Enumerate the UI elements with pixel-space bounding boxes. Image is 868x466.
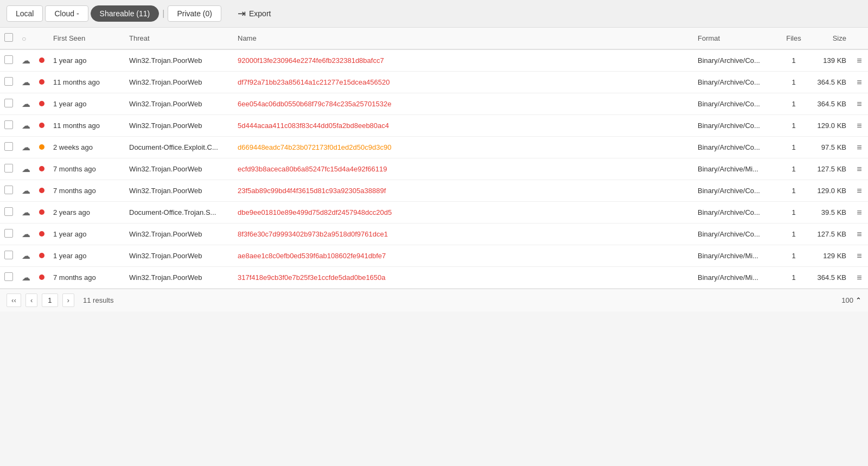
cloud-tab[interactable]: Cloud - [45, 5, 88, 22]
row-format: Binary/Archive/Co... [693, 93, 780, 115]
row-files: 1 [780, 245, 807, 267]
name-link[interactable]: ecfd93b8aceca80b6a85247fc15d4a4e92f66119 [238, 165, 387, 173]
table-row: ☁ 7 months ago Win32.Trojan.PoorWeb ecfd… [0, 158, 868, 180]
row-menu-icon[interactable]: ≡ [857, 251, 861, 260]
row-menu-icon[interactable]: ≡ [857, 56, 861, 65]
row-name[interactable]: 6ee054ac06db0550b68f79c784c235a25701532e [233, 93, 693, 115]
row-cloud-cell: ☁ [17, 180, 35, 202]
row-checkbox[interactable] [4, 229, 13, 238]
export-button[interactable]: ⇥ Export [230, 4, 278, 23]
row-files: 1 [780, 224, 807, 245]
row-menu-icon[interactable]: ≡ [857, 186, 861, 195]
header-threat: Threat [125, 28, 233, 49]
per-page-toggle[interactable]: ⌃ [856, 296, 861, 304]
table-row: ☁ 1 year ago Win32.Trojan.PoorWeb 6ee054… [0, 93, 868, 115]
name-link[interactable]: 6ee054ac06db0550b68f79c784c235a25701532e [238, 100, 391, 108]
name-link[interactable]: dbe9ee01810e89e499d75d82df2457948dcc20d5 [238, 208, 392, 216]
row-checkbox-cell [0, 137, 17, 158]
row-checkbox[interactable] [4, 272, 13, 281]
row-menu-icon[interactable]: ≡ [857, 164, 861, 174]
row-size: 129.0 KB [807, 115, 851, 137]
row-checkbox-cell [0, 49, 17, 72]
row-checkbox[interactable] [4, 207, 13, 216]
row-format: Binary/Archive/Co... [693, 202, 780, 224]
row-name[interactable]: 92000f13fe230964e2274fe6fb232381d8bafcc7 [233, 49, 693, 72]
row-dot-cell [35, 202, 49, 224]
row-menu-icon[interactable]: ≡ [857, 273, 861, 282]
row-menu-icon[interactable]: ≡ [857, 78, 861, 87]
row-name[interactable]: ecfd93b8aceca80b6a85247fc15d4a4e92f66119 [233, 158, 693, 180]
row-name[interactable]: df7f92a71bb23a85614a1c21277e15dcea456520 [233, 72, 693, 93]
name-link[interactable]: 23f5ab89c99bd4f4f3615d81c93a92305a38889f [238, 187, 386, 195]
row-threat: Win32.Trojan.PoorWeb [125, 72, 233, 93]
row-name[interactable]: 5d444acaa411c083f83c44dd05fa2bd8eeb80ac4 [233, 115, 693, 137]
row-menu-cell: ≡ [851, 245, 868, 267]
toolbar: Local Cloud - Shareable (11) | Private (… [0, 0, 868, 28]
table-row: ☁ 7 months ago Win32.Trojan.PoorWeb 317f… [0, 267, 868, 289]
row-checkbox[interactable] [4, 77, 13, 86]
row-menu-cell: ≡ [851, 49, 868, 72]
row-name[interactable]: 8f3f6e30c7d9993402b973b2a9518d0f9761dce1 [233, 224, 693, 245]
row-menu-icon[interactable]: ≡ [857, 143, 861, 152]
row-checkbox[interactable] [4, 55, 13, 64]
row-name[interactable]: d669448eadc74b23b072173f0d1ed2d50c9d3c90 [233, 137, 693, 158]
row-checkbox[interactable] [4, 164, 13, 173]
row-menu-cell: ≡ [851, 93, 868, 115]
row-checkbox[interactable] [4, 142, 13, 151]
header-size: Size [807, 28, 851, 49]
row-dot-cell [35, 49, 49, 72]
row-name[interactable]: 23f5ab89c99bd4f4f3615d81c93a92305a38889f [233, 180, 693, 202]
row-threat: Win32.Trojan.PoorWeb [125, 158, 233, 180]
name-link[interactable]: ae8aee1c8c0efb0ed539f6ab108602fe941dbfe7 [238, 252, 386, 260]
shareable-tab[interactable]: Shareable (11) [91, 5, 159, 22]
name-link[interactable]: d669448eadc74b23b072173f0d1ed2d50c9d3c90 [238, 143, 391, 151]
table-row: ☁ 11 months ago Win32.Trojan.PoorWeb 5d4… [0, 115, 868, 137]
row-checkbox[interactable] [4, 186, 13, 194]
cloud-icon: ☁ [22, 143, 30, 152]
row-format: Binary/Archive/Co... [693, 224, 780, 245]
row-checkbox[interactable] [4, 251, 13, 259]
row-checkbox-cell [0, 158, 17, 180]
next-page-button[interactable]: › [62, 293, 74, 307]
row-name[interactable]: ae8aee1c8c0efb0ed539f6ab108602fe941dbfe7 [233, 245, 693, 267]
row-menu-cell: ≡ [851, 137, 868, 158]
severity-dot [39, 123, 44, 128]
footer: ‹‹ ‹ 1 › 11 results 100 ⌃ [0, 289, 868, 311]
row-threat: Win32.Trojan.PoorWeb [125, 180, 233, 202]
row-format: Binary/Archive/Co... [693, 49, 780, 72]
name-link[interactable]: 5d444acaa411c083f83c44dd05fa2bd8eeb80ac4 [238, 122, 389, 130]
name-link[interactable]: 317f418e9cb3f0e7b25f3e1ccfde5dad0be1650a [238, 273, 386, 282]
row-size: 364.5 KB [807, 72, 851, 93]
row-files: 1 [780, 49, 807, 72]
first-page-button[interactable]: ‹‹ [7, 293, 21, 307]
row-checkbox[interactable] [4, 120, 13, 129]
name-link[interactable]: df7f92a71bb23a85614a1c21277e15dcea456520 [238, 78, 390, 86]
header-menu-col [851, 28, 868, 49]
row-dot-cell [35, 245, 49, 267]
row-menu-icon[interactable]: ≡ [857, 99, 861, 108]
private-tab[interactable]: Private (0) [168, 5, 221, 22]
name-link[interactable]: 8f3f6e30c7d9993402b973b2a9518d0f9761dce1 [238, 230, 388, 238]
row-menu-icon[interactable]: ≡ [857, 121, 861, 130]
row-menu-icon[interactable]: ≡ [857, 229, 861, 239]
export-icon: ⇥ [238, 8, 246, 20]
prev-page-button[interactable]: ‹ [25, 293, 37, 307]
cloud-icon: ☁ [22, 56, 30, 65]
row-menu-icon[interactable]: ≡ [857, 208, 861, 217]
row-name[interactable]: 317f418e9cb3f0e7b25f3e1ccfde5dad0be1650a [233, 267, 693, 289]
per-page-selector: 100 ⌃ [841, 296, 861, 304]
table-row: ☁ 11 months ago Win32.Trojan.PoorWeb df7… [0, 72, 868, 93]
row-format: Binary/Archive/Mi... [693, 158, 780, 180]
local-tab[interactable]: Local [7, 5, 43, 22]
row-checkbox[interactable] [4, 99, 13, 107]
row-dot-cell [35, 158, 49, 180]
row-threat: Win32.Trojan.PoorWeb [125, 93, 233, 115]
row-name[interactable]: dbe9ee01810e89e499d75d82df2457948dcc20d5 [233, 202, 693, 224]
select-all-checkbox[interactable] [4, 33, 13, 42]
row-first-seen: 7 months ago [49, 158, 125, 180]
row-cloud-cell: ☁ [17, 49, 35, 72]
severity-dot [39, 231, 44, 237]
row-size: 364.5 KB [807, 267, 851, 289]
severity-dot [39, 79, 44, 85]
name-link[interactable]: 92000f13fe230964e2274fe6fb232381d8bafcc7 [238, 56, 384, 65]
